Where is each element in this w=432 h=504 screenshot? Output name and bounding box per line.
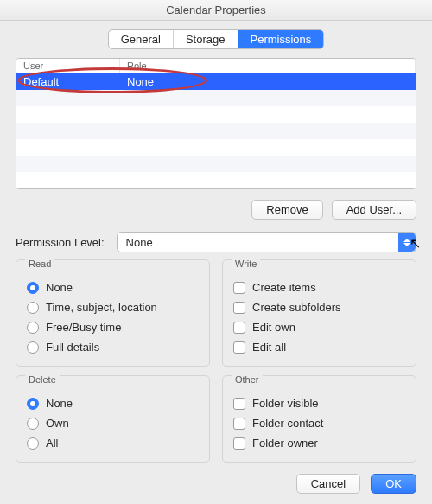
table-row[interactable] (16, 123, 416, 139)
cancel-button[interactable]: Cancel (296, 474, 360, 494)
table-row[interactable] (16, 139, 416, 156)
ok-button[interactable]: OK (371, 474, 416, 494)
checkbox-icon (233, 341, 245, 354)
checkbox-icon (233, 322, 245, 334)
tab-permissions[interactable]: Permissions (238, 30, 324, 48)
radio-icon (27, 282, 39, 294)
table-row[interactable] (16, 156, 416, 172)
table-row[interactable] (16, 106, 416, 123)
permission-level-value: None (126, 236, 153, 249)
tab-general[interactable]: General (109, 30, 174, 48)
permission-level-select[interactable]: None (117, 232, 416, 252)
group-legend: Read (25, 258, 54, 269)
checkbox-icon (233, 302, 245, 314)
radio-read-free-busy[interactable]: Free/Busy time (25, 317, 200, 337)
table-row[interactable] (16, 172, 416, 188)
check-folder-contact[interactable]: Folder contact (232, 413, 407, 433)
group-other: Other Folder visible Folder contact Fold… (222, 375, 416, 463)
radio-read-none[interactable]: None (25, 278, 200, 297)
radio-delete-none[interactable]: None (25, 393, 200, 413)
cell-role: None (120, 73, 416, 90)
radio-delete-own[interactable]: Own (25, 413, 200, 433)
group-legend: Write (232, 258, 260, 269)
radio-read-time-subject-location[interactable]: Time, subject, location (25, 297, 200, 317)
tab-bar: General Storage Permissions (0, 29, 432, 49)
radio-icon (27, 341, 39, 354)
radio-icon (27, 322, 39, 334)
checkbox-icon (233, 418, 245, 430)
checkbox-icon (233, 282, 245, 294)
check-create-subfolders[interactable]: Create subfolders (232, 297, 407, 317)
cell-user: Default (16, 73, 120, 90)
radio-icon (27, 418, 39, 430)
check-folder-owner[interactable]: Folder owner (232, 433, 407, 453)
radio-icon (27, 302, 39, 314)
check-edit-own[interactable]: Edit own (232, 317, 407, 337)
tab-storage[interactable]: Storage (174, 30, 238, 48)
checkbox-icon (233, 398, 245, 410)
checkbox-icon (233, 437, 245, 450)
table-row[interactable] (16, 90, 416, 106)
group-read: Read None Time, subject, location Free/B… (16, 259, 210, 367)
group-legend: Other (232, 374, 263, 385)
stepper-arrows-icon (398, 233, 416, 252)
permissions-table[interactable]: User Role Default None (16, 58, 416, 189)
radio-delete-all[interactable]: All (25, 433, 200, 453)
column-header-role[interactable]: Role (120, 59, 416, 73)
radio-icon (27, 398, 39, 410)
check-folder-visible[interactable]: Folder visible (232, 393, 407, 413)
check-create-items[interactable]: Create items (232, 278, 407, 297)
radio-icon (27, 437, 39, 450)
check-edit-all[interactable]: Edit all (232, 337, 407, 357)
group-legend: Delete (25, 374, 60, 385)
group-delete: Delete None Own All (16, 375, 210, 463)
permission-level-label: Permission Level: (16, 236, 105, 249)
add-user-button[interactable]: Add User... (332, 200, 416, 220)
window-title: Calendar Properties (0, 0, 432, 21)
table-row[interactable]: Default None (16, 73, 416, 90)
radio-read-full-details[interactable]: Full details (25, 337, 200, 357)
group-write: Write Create items Create subfolders Edi… (222, 259, 416, 367)
column-header-user[interactable]: User (16, 59, 120, 73)
remove-button[interactable]: Remove (251, 200, 322, 220)
